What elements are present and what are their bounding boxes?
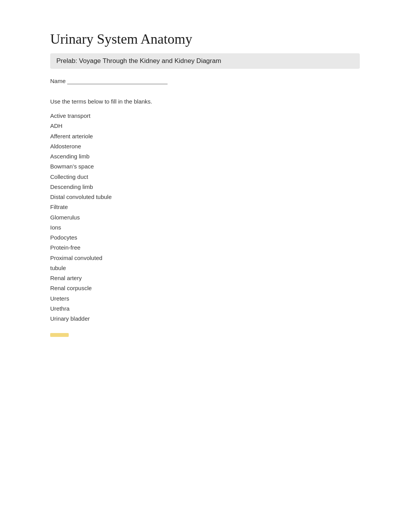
highlight-bar [50,333,69,337]
list-item: ADH [50,121,360,131]
list-item: Distal convoluted tubule [50,192,360,202]
page-container: Urinary System Anatomy Prelab: Voyage Th… [0,0,410,532]
instructions-text: Use the terms below to fill in the blank… [50,98,360,105]
list-item: tubule [50,263,360,273]
list-item: Ureters [50,294,360,304]
list-item: Renal corpuscle [50,283,360,293]
list-item: Active transport [50,111,360,121]
name-label: Name [50,78,66,84]
list-item: Protein-free [50,243,360,253]
list-item: Renal artery [50,273,360,283]
list-item: Ascending limb [50,151,360,161]
list-item: Collecting duct [50,172,360,182]
name-line[interactable] [67,77,168,84]
list-item: Glomerulus [50,212,360,223]
list-item: Afferent arteriole [50,131,360,141]
page-title: Urinary System Anatomy [50,31,360,47]
list-item: Ions [50,223,360,233]
list-item: Podocytes [50,233,360,243]
list-item: Descending limb [50,182,360,192]
name-row: Name [50,77,360,84]
list-item: Bowman’s space [50,161,360,172]
list-item: Urinary bladder [50,314,360,324]
list-item: Filtrate [50,202,360,212]
list-item: Proximal convoluted [50,253,360,263]
list-item: Aldosterone [50,141,360,151]
list-item: Urethra [50,304,360,314]
terms-list: Active transportADHAfferent arterioleAld… [50,111,360,324]
prelab-subtitle: Prelab: Voyage Through the Kidney and Ki… [50,53,360,69]
